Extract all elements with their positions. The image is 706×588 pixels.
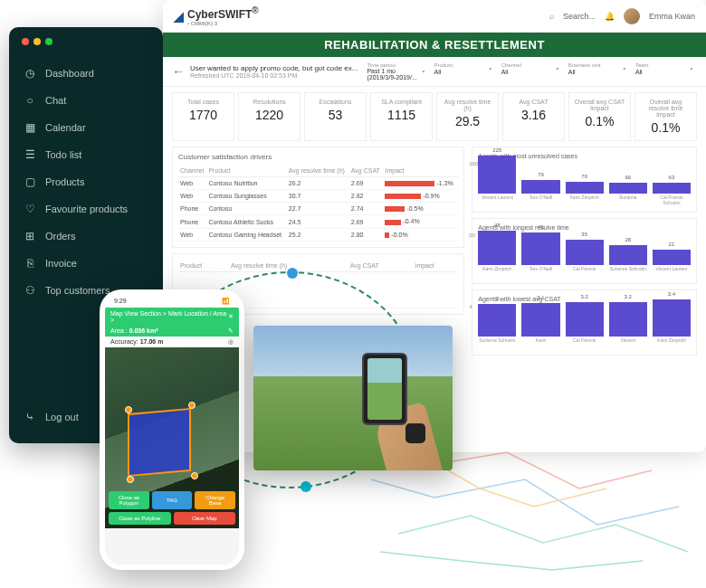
polygon-vertex-marker[interactable] bbox=[125, 406, 132, 413]
bar[interactable]: 21Vincent Laurent bbox=[653, 250, 691, 278]
back-button[interactable]: ← bbox=[172, 64, 185, 79]
nav-label: Log out bbox=[45, 412, 79, 422]
kpi-value: 1115 bbox=[375, 108, 428, 122]
phone-mockup: 9:29 📶 Map View Section > Mark Location … bbox=[100, 289, 244, 570]
close-polygon-button[interactable]: Close as Polygon bbox=[109, 491, 149, 509]
orbit-dot-icon bbox=[301, 481, 311, 492]
polygon-vertex-marker[interactable] bbox=[127, 476, 134, 483]
drivers-panel: Customer satisfaction drivers ChannelPro… bbox=[172, 147, 464, 248]
agent-chart: Agents with lowest avg CSAT3Suzanne Schu… bbox=[472, 289, 697, 356]
minimize-dot[interactable] bbox=[33, 38, 41, 45]
bar[interactable]: 35Cal Francis bbox=[566, 240, 604, 278]
nav-orders[interactable]: ⊞Orders bbox=[9, 223, 163, 250]
col-header: Channel bbox=[178, 165, 206, 177]
chevron-down-icon: ˅ bbox=[690, 68, 693, 75]
col-header: Impact bbox=[413, 260, 458, 272]
drawn-polygon[interactable] bbox=[128, 408, 191, 477]
kpi-card: Overall avg resolve time impact0.1% bbox=[634, 92, 697, 141]
bar[interactable]: 63Cal Francis Schustin bbox=[653, 183, 691, 206]
maximize-dot[interactable] bbox=[45, 38, 52, 45]
bar[interactable]: 48Karin Zimprich bbox=[478, 231, 516, 278]
kpi-label: Avg CSAT bbox=[507, 99, 560, 105]
kpi-row: Total cases1770Resolutions1220Escalation… bbox=[163, 87, 706, 147]
bar[interactable]: 3.1Karin bbox=[521, 303, 559, 349]
chevron-down-icon: ˅ bbox=[422, 71, 425, 78]
nav-todo[interactable]: ☰Todo list bbox=[9, 141, 163, 168]
bar[interactable]: 45Tom O'Neill bbox=[521, 232, 559, 278]
bar[interactable]: 66Suzanne bbox=[609, 183, 647, 206]
nav-calendar[interactable]: ▦Calendar bbox=[9, 114, 163, 141]
change-base-button[interactable]: Change Base bbox=[195, 491, 235, 509]
bar[interactable]: 3.4Karin Zimprich bbox=[653, 299, 691, 349]
bell-icon[interactable]: 🔔 bbox=[605, 12, 615, 21]
kpi-label: Escalations bbox=[309, 99, 362, 105]
filters: Time periodPast 1 mo (2019/3/9-2019/...˅… bbox=[363, 61, 697, 82]
close-icon[interactable]: ✕ bbox=[228, 313, 234, 320]
kpi-label: Overall avg CSAT impact bbox=[573, 99, 626, 111]
table-row[interactable]: PhoneContoso Athletic Socks24.52.69 -0.4… bbox=[178, 215, 458, 228]
bar[interactable]: 70Karin Zimprich bbox=[566, 182, 604, 206]
target-icon[interactable]: ◎ bbox=[228, 338, 234, 346]
signal-icon: 📶 bbox=[222, 298, 230, 305]
agent-chart: Agents with longest resolve time48Karin … bbox=[472, 218, 697, 284]
nav-favourites[interactable]: ♡Favourite products bbox=[9, 195, 163, 223]
table-row[interactable]: WebContoso Gaming Headset25.22.80 -0.0% bbox=[178, 228, 458, 241]
kpi-card: Overall avg CSAT impact0.1% bbox=[568, 92, 631, 141]
satellite-map[interactable]: Close as Polygon TAG Change Base Close a… bbox=[105, 347, 239, 528]
polygon-vertex-marker[interactable] bbox=[191, 472, 198, 479]
logo-mark-icon: ◢ bbox=[174, 9, 184, 24]
polygon-vertex-marker[interactable] bbox=[188, 402, 196, 409]
filter-time[interactable]: Time periodPast 1 mo (2019/3/9-2019/...˅ bbox=[363, 61, 428, 82]
table-row[interactable]: WebContoso Nutrition26.22.69 -1.3% bbox=[178, 177, 458, 190]
chat-icon: ○ bbox=[24, 94, 36, 107]
close-dot[interactable] bbox=[22, 38, 29, 45]
kpi-card: Resolutions1220 bbox=[238, 92, 301, 141]
nav-label: Favourite products bbox=[45, 204, 128, 214]
clear-map-button[interactable]: Clear Map bbox=[174, 512, 236, 525]
close-polyline-button[interactable]: Close as Polyline bbox=[109, 512, 171, 525]
kpi-card: Total cases1770 bbox=[172, 92, 234, 141]
username[interactable]: Emma Kwan bbox=[649, 12, 695, 21]
orders-icon: ⊞ bbox=[24, 230, 36, 242]
calendar-icon: ▦ bbox=[24, 121, 36, 134]
filter-business[interactable]: Business unitAll˅ bbox=[565, 61, 630, 82]
avatar[interactable] bbox=[624, 8, 640, 24]
kpi-value: 0.1% bbox=[573, 114, 626, 128]
kpi-card: Escalations53 bbox=[304, 92, 367, 141]
invoice-icon: ⎘ bbox=[24, 257, 36, 270]
search-icon[interactable]: ⌕ bbox=[549, 12, 554, 21]
logout-icon: ⤷ bbox=[24, 411, 36, 423]
filter-product[interactable]: ProductAll˅ bbox=[431, 61, 496, 82]
orbit-dot-icon bbox=[287, 268, 298, 279]
phone-screen: 9:29 📶 Map View Section > Mark Location … bbox=[105, 295, 239, 564]
kpi-card: SLA compliant1115 bbox=[370, 92, 433, 141]
bar[interactable]: 28Suzanne Schustin bbox=[609, 245, 647, 278]
map-breadcrumb: Map View Section > Mark Location / Area … bbox=[105, 308, 239, 326]
nav-label: Products bbox=[45, 176, 84, 187]
table-row[interactable]: WebContoso Sunglasses30.72.82 -0.9% bbox=[178, 190, 458, 203]
agent-chart: Agents with most unresolved cases225Vinc… bbox=[472, 147, 697, 213]
drivers-table: ChannelProductAvg resolve time (h)Avg CS… bbox=[178, 165, 458, 242]
nav-products[interactable]: ▢Products bbox=[9, 168, 163, 195]
bar[interactable]: 79Tom O'Neill bbox=[521, 180, 559, 206]
bar[interactable]: 3.2Cal Francis bbox=[566, 302, 604, 349]
edit-icon[interactable]: ✎ bbox=[228, 327, 234, 335]
nav-invoice[interactable]: ⎘Invoice bbox=[9, 250, 163, 277]
window-controls bbox=[9, 38, 163, 60]
table-row[interactable]: PhoneContoso22.72.74 -0.5% bbox=[178, 203, 458, 215]
smartwatch-illustration bbox=[405, 423, 425, 443]
logo-text-prefix: Cyber bbox=[187, 8, 218, 21]
page-title-banner: REHABILITATION & RESETTLEMENT bbox=[163, 33, 706, 57]
bar[interactable]: 225Vincent Laurent bbox=[478, 156, 516, 206]
nav-label: Dashboard bbox=[45, 68, 94, 79]
filter-channel[interactable]: ChannelAll˅ bbox=[498, 61, 563, 82]
bar[interactable]: 3Suzanne Schustin bbox=[478, 304, 516, 349]
search-placeholder[interactable]: Search... bbox=[563, 12, 596, 21]
nav-dashboard[interactable]: ◷Dashboard bbox=[9, 60, 163, 87]
nav-chat[interactable]: ○Chat bbox=[9, 87, 163, 114]
bar[interactable]: 3.2Vincent bbox=[609, 302, 647, 349]
tag-button[interactable]: TAG bbox=[152, 491, 193, 509]
filter-team[interactable]: TeamAll˅ bbox=[632, 61, 697, 82]
nav-label: Calendar bbox=[45, 122, 86, 133]
logo: ◢ CyberSWIFT® • CMMI(K) 3 bbox=[174, 5, 259, 26]
